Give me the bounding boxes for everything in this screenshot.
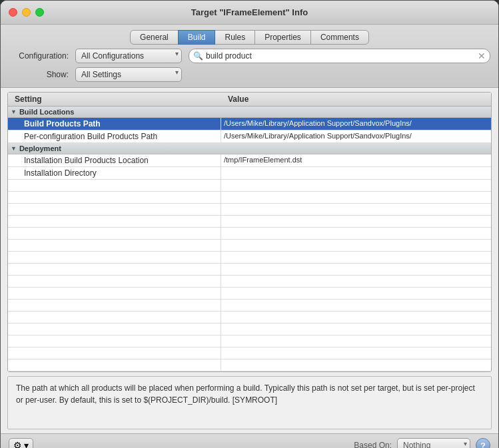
header-value: Value bbox=[221, 95, 491, 104]
table-row bbox=[8, 264, 491, 276]
table-row bbox=[8, 324, 491, 336]
section-build-locations-label: Build Locations bbox=[19, 108, 75, 116]
table-row bbox=[8, 359, 491, 371]
cell-value: /Users/Mike/Library/Application Support/… bbox=[221, 130, 491, 142]
show-label: Show: bbox=[9, 70, 69, 79]
search-icon: 🔍 bbox=[193, 51, 203, 61]
tab-comments[interactable]: Comments bbox=[310, 30, 369, 45]
table-row bbox=[8, 228, 491, 240]
section-triangle-icon: ▼ bbox=[11, 109, 17, 115]
cell-setting: Installation Directory bbox=[8, 167, 221, 179]
header-setting: Setting bbox=[8, 95, 221, 104]
help-icon: ? bbox=[480, 441, 486, 449]
tabs-row: General Build Rules Properties Comments bbox=[9, 30, 490, 45]
table-row[interactable]: Build Products Path /Users/Mike/Library/… bbox=[8, 118, 491, 130]
based-on-select[interactable]: Nothing bbox=[397, 438, 470, 448]
table-row bbox=[8, 204, 491, 216]
table-row[interactable]: Per-configuration Build Products Path /U… bbox=[8, 130, 491, 143]
section-triangle-icon: ▼ bbox=[11, 145, 17, 152]
settings-table: Setting Value ▼ Build Locations Build Pr… bbox=[7, 92, 492, 372]
bottom-bar: ⚙ ▾ Based On: Nothing ? bbox=[1, 433, 498, 448]
based-on-select-wrapper: Nothing bbox=[397, 438, 470, 448]
table-row bbox=[8, 180, 491, 192]
cell-value: /tmp/IFrameElement.dst bbox=[221, 154, 491, 166]
configuration-select-wrapper: All Configurations bbox=[75, 49, 182, 63]
table-row bbox=[8, 216, 491, 228]
main-window: Target "IFrameElement" Info General Buil… bbox=[0, 0, 499, 448]
table-row bbox=[8, 240, 491, 252]
table-row[interactable]: Installation Build Products Location /tm… bbox=[8, 154, 491, 167]
section-deployment[interactable]: ▼ Deployment bbox=[8, 143, 491, 154]
cell-setting: Installation Build Products Location bbox=[8, 154, 221, 166]
table-row[interactable]: Installation Directory bbox=[8, 167, 491, 180]
tab-rules[interactable]: Rules bbox=[215, 30, 255, 45]
empty-rows bbox=[8, 180, 491, 371]
cell-setting: Per-configuration Build Products Path bbox=[8, 130, 221, 142]
table-row bbox=[8, 336, 491, 347]
configuration-row: Configuration: All Configurations 🔍 ✕ bbox=[9, 49, 490, 63]
titlebar: Target "IFrameElement" Info bbox=[1, 1, 498, 25]
description-area: The path at which all products will be p… bbox=[7, 376, 492, 429]
zoom-button[interactable] bbox=[35, 8, 44, 17]
toolbar: General Build Rules Properties Comments … bbox=[1, 25, 498, 88]
table-row bbox=[8, 252, 491, 264]
table-row bbox=[8, 192, 491, 204]
tab-general[interactable]: General bbox=[130, 30, 179, 45]
gear-dropdown-arrow: ▾ bbox=[24, 440, 29, 448]
help-button[interactable]: ? bbox=[476, 438, 490, 448]
description-text: The path at which all products will be p… bbox=[16, 383, 475, 405]
table-row bbox=[8, 276, 491, 288]
search-input[interactable] bbox=[206, 51, 475, 61]
gear-button[interactable]: ⚙ ▾ bbox=[9, 438, 33, 448]
gear-icon: ⚙ bbox=[13, 440, 22, 448]
table-row bbox=[8, 312, 491, 324]
minimize-button[interactable] bbox=[22, 8, 31, 17]
search-clear-icon[interactable]: ✕ bbox=[478, 51, 486, 61]
table-row bbox=[8, 300, 491, 312]
search-box: 🔍 ✕ bbox=[189, 49, 490, 63]
tab-build[interactable]: Build bbox=[178, 30, 216, 45]
cell-setting: Build Products Path bbox=[8, 118, 221, 130]
cell-value bbox=[221, 167, 491, 179]
window-title: Target "IFrameElement" Info bbox=[191, 7, 308, 17]
tab-properties[interactable]: Properties bbox=[254, 30, 311, 45]
traffic-lights bbox=[9, 8, 44, 17]
section-deployment-label: Deployment bbox=[19, 144, 61, 152]
configuration-label: Configuration: bbox=[9, 51, 69, 61]
show-select[interactable]: All Settings bbox=[75, 67, 182, 82]
configuration-select[interactable]: All Configurations bbox=[75, 49, 182, 63]
cell-value: /Users/Mike/Library/Application Support/… bbox=[221, 118, 491, 130]
table-row bbox=[8, 288, 491, 300]
table-header: Setting Value bbox=[8, 93, 491, 107]
section-build-locations[interactable]: ▼ Build Locations bbox=[8, 107, 491, 118]
show-select-wrapper: All Settings bbox=[75, 67, 182, 82]
based-on-label: Based On: bbox=[354, 441, 392, 448]
based-on-section: Based On: Nothing ? bbox=[354, 438, 490, 448]
close-button[interactable] bbox=[9, 8, 17, 17]
show-row: Show: All Settings bbox=[9, 67, 490, 82]
table-row bbox=[8, 347, 491, 359]
